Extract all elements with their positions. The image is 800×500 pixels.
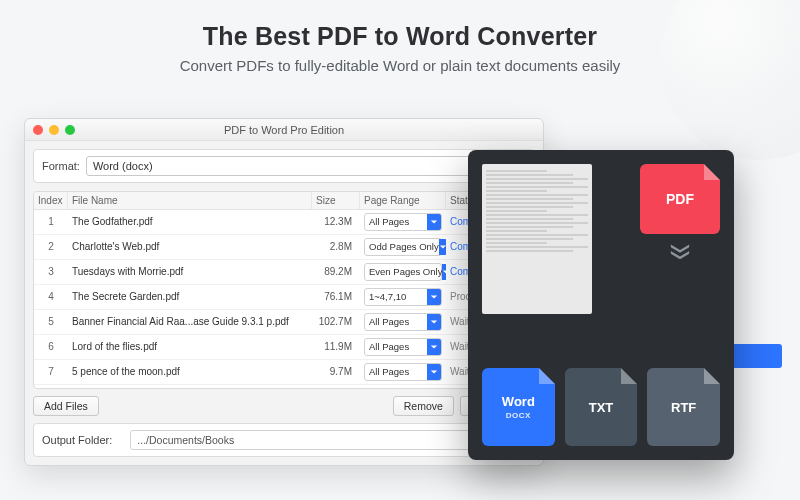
format-value: Word (docx) xyxy=(93,160,153,172)
table-row[interactable]: 1The Godfather.pdf12.3MAll PagesComplete… xyxy=(34,210,534,235)
col-size: Size xyxy=(312,192,360,209)
row-index: 4 xyxy=(34,291,68,302)
row-size: 76.1M xyxy=(312,291,360,302)
promo-panel: PDF WordDOCX TXT RTF xyxy=(468,150,734,460)
page-range-select[interactable]: 1~4,7,10 xyxy=(364,288,442,306)
pdf-card: PDF xyxy=(640,164,720,234)
col-pagerange: Page Range xyxy=(360,192,446,209)
table-row[interactable]: 5Banner Financial Aid Raa...ase Guide 9.… xyxy=(34,310,534,335)
table-row[interactable]: 6Lord of the flies.pdf11.9MAll PagesWait… xyxy=(34,335,534,360)
chevron-down-icon xyxy=(427,289,441,305)
row-size: 102.7M xyxy=(312,316,360,327)
row-size: 9.7M xyxy=(312,366,360,377)
add-files-button[interactable]: Add Files xyxy=(33,396,99,416)
row-index: 6 xyxy=(34,341,68,352)
chevron-down-icon xyxy=(427,339,441,355)
page-range-select[interactable]: Even Pages Only xyxy=(364,263,442,281)
row-filename: Lord of the flies.pdf xyxy=(68,341,312,352)
chevron-down-icon xyxy=(669,242,691,264)
row-filename: The Godfather.pdf xyxy=(68,216,312,227)
file-table: Index File Name Size Page Range Status 1… xyxy=(33,191,535,389)
row-filename: Tuesdays with Morrie.pdf xyxy=(68,266,312,277)
rtf-card: RTF xyxy=(647,368,720,446)
page-range-select[interactable]: All Pages xyxy=(364,213,442,231)
titlebar: PDF to Word Pro Edition xyxy=(25,119,543,141)
table-row[interactable]: 2Charlotte's Web.pdf2.8MOdd Pages OnlyCo… xyxy=(34,235,534,260)
row-filename: The Secrete Garden.pdf xyxy=(68,291,312,302)
row-index: 7 xyxy=(34,366,68,377)
col-index: Index xyxy=(34,192,68,209)
output-label: Output Folder: xyxy=(42,434,112,446)
txt-card: TXT xyxy=(565,368,638,446)
remove-button[interactable]: Remove xyxy=(393,396,454,416)
word-card: WordDOCX xyxy=(482,368,555,446)
chevron-down-icon xyxy=(439,239,446,255)
page-range-select[interactable]: All Pages xyxy=(364,363,442,381)
document-preview xyxy=(482,164,592,314)
app-window: PDF to Word Pro Edition Format: Word (do… xyxy=(24,118,544,466)
row-size: 89.2M xyxy=(312,266,360,277)
page-range-select[interactable]: All Pages xyxy=(364,313,442,331)
table-row[interactable]: 8The Secrete Garden.pdf45.3MAll PagesPro… xyxy=(34,385,534,388)
format-label: Format: xyxy=(42,160,80,172)
window-title: PDF to Word Pro Edition xyxy=(25,124,543,136)
row-size: 12.3M xyxy=(312,216,360,227)
row-filename: 5 pence of the moon.pdf xyxy=(68,366,312,377)
row-size: 11.9M xyxy=(312,341,360,352)
table-row[interactable]: 4The Secrete Garden.pdf76.1M1~4,7,10Proc… xyxy=(34,285,534,310)
row-size: 2.8M xyxy=(312,241,360,252)
page-range-select[interactable]: All Pages xyxy=(364,338,442,356)
page-range-select[interactable]: Odd Pages Only xyxy=(364,238,442,256)
row-filename: Charlotte's Web.pdf xyxy=(68,241,312,252)
output-path[interactable]: .../Documents/Books xyxy=(130,430,526,450)
row-index: 3 xyxy=(34,266,68,277)
row-index: 1 xyxy=(34,216,68,227)
table-row[interactable]: 3Tuesdays with Morrie.pdf89.2MEven Pages… xyxy=(34,260,534,285)
row-index: 5 xyxy=(34,316,68,327)
table-row[interactable]: 75 pence of the moon.pdf9.7MAll PagesWai… xyxy=(34,360,534,385)
row-index: 2 xyxy=(34,241,68,252)
col-filename: File Name xyxy=(68,192,312,209)
chevron-down-icon xyxy=(427,214,441,230)
format-select[interactable]: Word (docx) xyxy=(86,156,526,176)
row-filename: Banner Financial Aid Raa...ase Guide 9.3… xyxy=(68,316,312,327)
chevron-down-icon xyxy=(427,364,441,380)
chevron-down-icon xyxy=(427,314,441,330)
